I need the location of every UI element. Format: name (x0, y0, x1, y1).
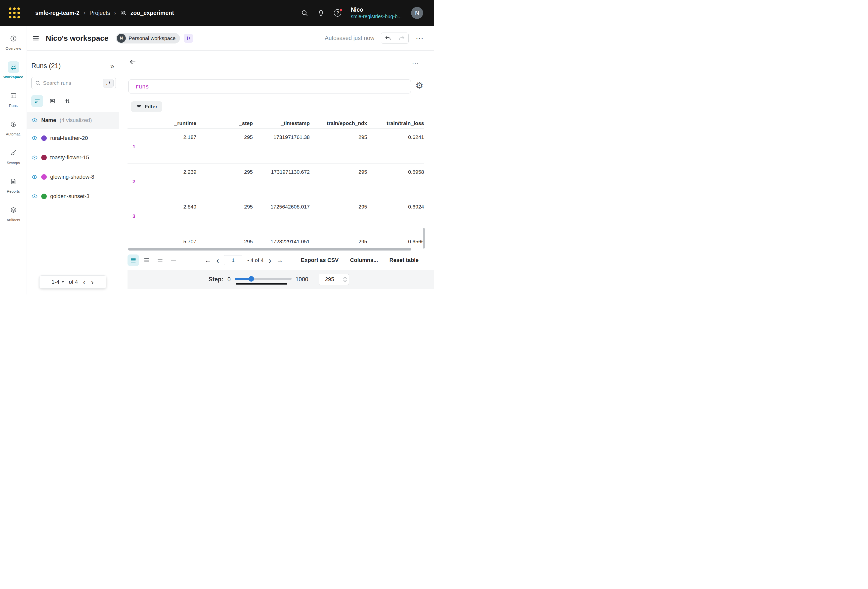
next-page-button[interactable]: › (90, 278, 94, 286)
row-height-medium-button[interactable] (141, 254, 152, 266)
runs-panel-header: Runs (21) » (31, 62, 114, 70)
sort-button[interactable] (62, 95, 73, 107)
row-height-large-button[interactable] (154, 254, 166, 266)
vertical-scrollbar[interactable] (423, 228, 425, 248)
cell-step: 295 (196, 129, 253, 163)
column-header[interactable]: train/train_loss (367, 120, 424, 128)
workspace-board-icon (8, 61, 19, 73)
run-name[interactable]: rural-feather-20 (50, 135, 88, 142)
sidebar-item-label: Sweeps (7, 161, 20, 165)
row-index-link[interactable]: 1 (133, 144, 136, 150)
first-page-button[interactable]: ← (205, 257, 211, 264)
visibility-eye-icon[interactable] (31, 193, 38, 199)
table-row[interactable]: 3 2.849 295 1725642608.017 295 0.6924 (127, 198, 424, 233)
back-arrow-icon[interactable] (129, 58, 136, 66)
row-index-link[interactable]: 2 (133, 179, 136, 185)
run-list-item[interactable]: golden-sunset-3 (27, 187, 119, 206)
prev-page-button[interactable]: ‹ (83, 278, 86, 286)
cell-timestamp: 1731971761.38 (253, 129, 310, 163)
menu-icon[interactable] (32, 35, 39, 42)
visibility-eye-icon[interactable] (31, 135, 38, 142)
caret-down-icon (61, 281, 64, 283)
runs-view-controls (31, 95, 114, 107)
filter-button[interactable]: Filter (131, 101, 162, 112)
sidebar-item-artifacts[interactable]: Artifacts (0, 204, 27, 230)
user-org-link[interactable]: smle-registries-bug-b... (351, 13, 402, 20)
run-color-dot (41, 174, 47, 180)
column-header[interactable]: train/epoch_ndx (310, 120, 367, 128)
visibility-eye-icon[interactable] (31, 174, 38, 180)
runs-table-panel: ⋯ ⚙ Filter _runtime _step _timestamp tra… (119, 51, 434, 294)
collapse-panel-icon[interactable]: » (110, 62, 114, 70)
wandb-logo[interactable] (9, 7, 20, 18)
panel-overflow-menu-icon[interactable]: ⋯ (412, 60, 419, 66)
user-name: Nico (351, 6, 402, 13)
avatar[interactable]: N (411, 7, 423, 19)
gear-icon[interactable]: ⚙ (415, 81, 423, 90)
horizontal-scrollbar[interactable] (127, 248, 419, 251)
run-list-item[interactable]: glowing-shadow-8 (27, 167, 119, 187)
sidebar-item-overview[interactable]: Overview (0, 33, 27, 58)
breadcrumb-project[interactable]: zoo_experiment (130, 10, 174, 16)
sidebar-item-runs[interactable]: Runs (0, 90, 27, 115)
last-page-button[interactable]: → (276, 257, 283, 264)
next-page-button[interactable]: › (269, 256, 271, 264)
name-column-label: Name (41, 117, 56, 124)
slider-thumb[interactable] (249, 276, 254, 282)
search-runs-input[interactable] (43, 80, 100, 86)
reset-table-button[interactable]: Reset table (390, 257, 419, 263)
sidebar-item-reports[interactable]: Reports (0, 176, 27, 201)
sidebar-item-workspace[interactable]: Workspace (0, 61, 27, 87)
step-value-input[interactable] (320, 276, 339, 283)
sidebar-item-sweeps[interactable]: Sweeps (0, 147, 27, 173)
runs-count-title: Runs (21) (31, 62, 61, 70)
sidebar-item-label: Reports (7, 189, 20, 193)
sidebar-item-label: Runs (9, 103, 18, 108)
redo-button[interactable] (395, 33, 408, 43)
column-header[interactable]: _runtime (127, 120, 196, 128)
step-label: Step: (208, 276, 223, 283)
notifications-bell-icon[interactable] (317, 9, 325, 16)
sidebar-item-automations[interactable]: Automat. (0, 118, 27, 144)
user-menu[interactable]: Nico smle-registries-bug-b... (351, 6, 402, 20)
workspace-overflow-menu-icon[interactable]: ⋯ (416, 36, 424, 40)
undo-button[interactable] (381, 33, 395, 43)
panel-layout-icon[interactable] (184, 34, 193, 43)
run-list-item[interactable]: toasty-flower-15 (27, 148, 119, 167)
table-row[interactable]: 1 2.187 295 1731971761.38 295 0.6241 (127, 129, 424, 164)
scrollbar-thumb[interactable] (128, 248, 411, 251)
workspace-type-badge[interactable]: N Personal workspace (116, 33, 180, 43)
visibility-eye-icon[interactable] (31, 117, 38, 124)
row-height-small-button[interactable] (127, 254, 139, 266)
page-number-input[interactable] (224, 255, 242, 265)
step-slider[interactable] (235, 274, 292, 285)
regex-toggle-button[interactable]: .* (103, 79, 114, 87)
visibility-eye-icon[interactable] (31, 154, 38, 161)
table-row[interactable]: 5.707 295 1723229141.051 295 0.6566 (127, 233, 424, 247)
help-icon[interactable]: ? (334, 9, 341, 17)
run-name[interactable]: toasty-flower-15 (50, 154, 89, 161)
row-index-link[interactable]: 3 (133, 213, 136, 219)
prev-page-button[interactable]: ‹ (216, 256, 219, 264)
runs-query-input[interactable] (128, 80, 411, 93)
cell-epoch: 295 (310, 164, 367, 198)
run-name[interactable]: glowing-shadow-8 (50, 174, 94, 180)
table-row[interactable]: 2 2.239 295 1731971130.672 295 0.6958 (127, 164, 424, 198)
run-list-item[interactable]: rural-feather-20 (27, 128, 119, 148)
card-view-button[interactable] (46, 95, 58, 107)
run-name[interactable]: golden-sunset-3 (50, 193, 90, 199)
export-csv-button[interactable]: Export as CSV (301, 257, 339, 263)
breadcrumb-team[interactable]: smle-reg-team-2 (35, 10, 80, 16)
row-height-xlarge-button[interactable] (168, 254, 179, 266)
cell-timestamp: 1725642608.017 (253, 198, 310, 233)
page-range-dropdown[interactable]: 1-4 (52, 279, 64, 285)
columns-button[interactable]: Columns... (350, 257, 378, 263)
cell-step: 295 (196, 233, 253, 247)
filter-list-view-button[interactable] (31, 95, 43, 107)
breadcrumb-projects[interactable]: Projects (90, 10, 110, 16)
column-header[interactable]: _timestamp (253, 120, 310, 128)
column-header[interactable]: _step (196, 120, 253, 128)
search-icon[interactable] (301, 9, 308, 16)
stepper-arrows[interactable] (343, 277, 347, 282)
search-icon (35, 80, 40, 86)
